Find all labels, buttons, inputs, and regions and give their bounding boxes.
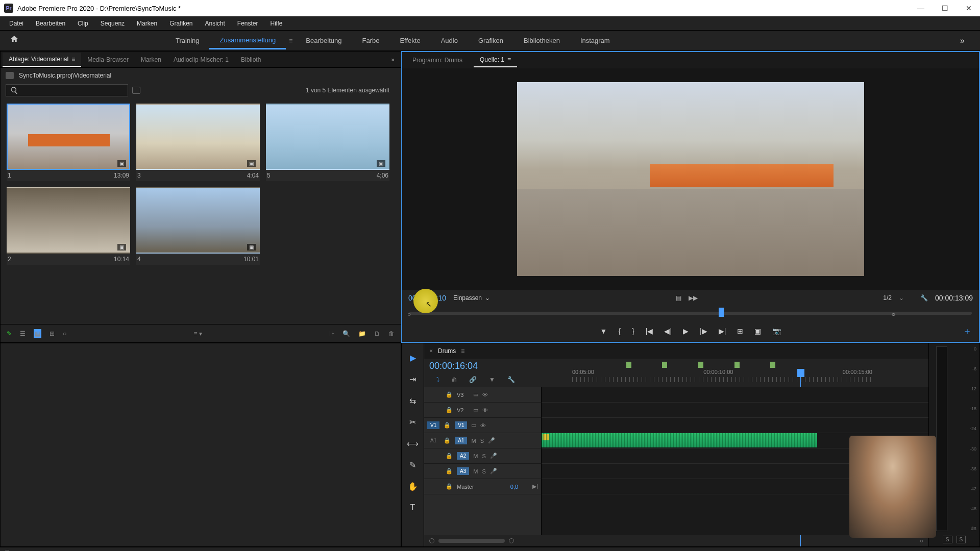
track-v3[interactable]: 🔒 V3 ▭ 👁: [424, 387, 541, 403]
menu-grafiken[interactable]: Grafiken: [163, 18, 199, 29]
target-patch-a2[interactable]: A2: [457, 452, 469, 460]
workspace-instagram[interactable]: Instagram: [570, 33, 620, 48]
mute-icon[interactable]: M: [471, 438, 476, 444]
toggle-output-icon[interactable]: ▭: [473, 407, 478, 413]
play-icon[interactable]: ▶: [683, 327, 689, 335]
solo-icon[interactable]: S: [482, 468, 485, 474]
lock-icon[interactable]: 🔒: [446, 407, 453, 413]
voice-over-icon[interactable]: 🎤: [490, 453, 497, 459]
track-v2[interactable]: 🔒 V2 ▭ 👁: [424, 403, 541, 418]
lock-icon[interactable]: 🔒: [446, 468, 453, 474]
menu-hilfe[interactable]: Hilfe: [264, 18, 289, 29]
step-forward-icon[interactable]: |▶: [700, 327, 707, 335]
out-point-icon[interactable]: ○: [892, 311, 895, 318]
clip-thumbnail[interactable]: ▣: [136, 187, 260, 254]
mute-icon[interactable]: M: [473, 453, 478, 459]
snap-icon[interactable]: ⋒: [452, 376, 457, 383]
mark-out-icon[interactable]: }: [632, 327, 634, 335]
clip-item[interactable]: ▣ 210:14: [7, 187, 130, 265]
lock-icon[interactable]: 🔒: [446, 391, 453, 398]
zoom-out-handle[interactable]: [429, 538, 434, 543]
freeform-view-icon[interactable]: ⊞: [50, 330, 55, 337]
tab-menu-icon[interactable]: ≡: [71, 56, 75, 63]
sequence-marker[interactable]: [734, 362, 740, 368]
source-patch-v1[interactable]: V1: [427, 421, 439, 429]
workspace-farbe[interactable]: Farbe: [352, 33, 389, 48]
sequence-marker[interactable]: [662, 362, 667, 368]
new-bin-button[interactable]: 📁: [358, 330, 366, 337]
source-patch-a1[interactable]: A1: [427, 437, 439, 444]
lock-icon[interactable]: 🔒: [444, 437, 451, 444]
solo-icon[interactable]: S: [482, 453, 485, 459]
menu-fenster[interactable]: Fenster: [231, 18, 264, 29]
eye-icon[interactable]: 👁: [482, 392, 488, 398]
zoom-scrollbar[interactable]: [438, 539, 505, 543]
overwrite-icon[interactable]: ▣: [754, 327, 761, 335]
hand-tool-icon[interactable]: ✋: [407, 480, 419, 492]
panel-overflow-icon[interactable]: »: [387, 56, 399, 63]
linked-selection-icon[interactable]: 🔗: [469, 376, 477, 383]
mark-in-icon[interactable]: {: [618, 327, 621, 335]
marker-icon[interactable]: ▼: [489, 376, 495, 383]
workspace-audio[interactable]: Audio: [431, 33, 468, 48]
toggle-output-icon[interactable]: ▭: [473, 391, 478, 398]
icon-view-icon[interactable]: ▦: [34, 329, 41, 338]
sort-icon[interactable]: ○: [63, 330, 66, 337]
workspace-overflow-icon[interactable]: »: [955, 36, 970, 45]
bin-icon[interactable]: [6, 72, 14, 79]
wrench-icon[interactable]: 🔧: [920, 294, 928, 302]
maximize-button[interactable]: ☐: [938, 2, 952, 14]
automate-icon[interactable]: ⊪: [329, 330, 334, 337]
clip-thumbnail[interactable]: ▣: [266, 104, 389, 170]
clip-item[interactable]: ▣ 54;06: [266, 104, 389, 181]
zoom-in-handle[interactable]: [509, 538, 514, 543]
track-a3[interactable]: 🔒 A3 M S 🎤: [424, 464, 541, 479]
workspace-menu-icon[interactable]: ≡: [286, 37, 296, 44]
ripple-tool-icon[interactable]: ⇆: [407, 394, 419, 407]
eye-icon[interactable]: 👁: [480, 422, 486, 429]
workspace-grafiken[interactable]: Grafiken: [468, 33, 513, 48]
minimize-button[interactable]: —: [913, 2, 928, 14]
in-point-icon[interactable]: ○: [407, 311, 411, 318]
eye-icon[interactable]: 👁: [482, 407, 488, 413]
target-patch-v1[interactable]: V1: [455, 421, 467, 429]
source-scrubber[interactable]: ○ ○: [402, 306, 979, 320]
solo-right[interactable]: S: [957, 536, 966, 543]
tab-marken[interactable]: Marken: [135, 53, 167, 66]
master-level[interactable]: 0,0: [510, 484, 518, 490]
go-to-in-icon[interactable]: |◀: [646, 327, 653, 335]
track-a2[interactable]: 🔒 A2 M S 🎤: [424, 448, 541, 464]
tab-bibliothek[interactable]: Biblioth: [235, 53, 267, 66]
fit-dropdown[interactable]: Einpassen ⌄: [453, 294, 490, 302]
settings-icon[interactable]: ▤: [676, 294, 681, 302]
step-back-icon[interactable]: ◀|: [664, 327, 672, 335]
lock-icon[interactable]: 🔒: [444, 422, 451, 429]
go-to-out-icon[interactable]: ▶|: [719, 327, 726, 335]
drag-video-icon[interactable]: ▶▶: [689, 294, 698, 302]
sequence-marker[interactable]: [770, 362, 775, 368]
voice-over-icon[interactable]: 🎤: [490, 468, 497, 474]
tab-audiomixer[interactable]: Audioclip-Mischer: 1: [167, 53, 235, 66]
source-viewer[interactable]: [402, 68, 979, 290]
tab-media-browser[interactable]: Media-Browser: [81, 53, 135, 66]
lock-icon[interactable]: 🔒: [446, 453, 453, 459]
pen-icon[interactable]: ✎: [7, 330, 12, 337]
toggle-output-icon[interactable]: ▭: [471, 422, 476, 429]
clip-item[interactable]: ▣ 34:04: [136, 104, 260, 181]
mute-icon[interactable]: M: [473, 468, 478, 474]
track-select-tool-icon[interactable]: ⇥: [407, 373, 419, 385]
menu-ansicht[interactable]: Ansicht: [199, 18, 231, 29]
trash-icon[interactable]: 🗑: [388, 330, 395, 337]
new-bin-icon[interactable]: [132, 87, 140, 94]
tab-ablage[interactable]: Ablage: Videomaterial ≡: [3, 53, 81, 67]
menu-datei[interactable]: Datei: [3, 18, 30, 29]
sequence-menu-icon[interactable]: ≡: [461, 347, 464, 355]
insert-icon[interactable]: ⊞: [737, 327, 743, 335]
selection-tool-icon[interactable]: ▶: [407, 352, 419, 364]
audio-clip[interactable]: [542, 433, 817, 447]
clip-thumbnail[interactable]: ▣: [7, 104, 130, 170]
clip-thumbnail[interactable]: ▣: [7, 187, 130, 254]
info-icon[interactable]: ⓘ: [4, 549, 10, 551]
sequence-name[interactable]: Drums: [438, 347, 456, 355]
track-master[interactable]: 🔒 Master 0,0 ▶|: [424, 479, 541, 494]
